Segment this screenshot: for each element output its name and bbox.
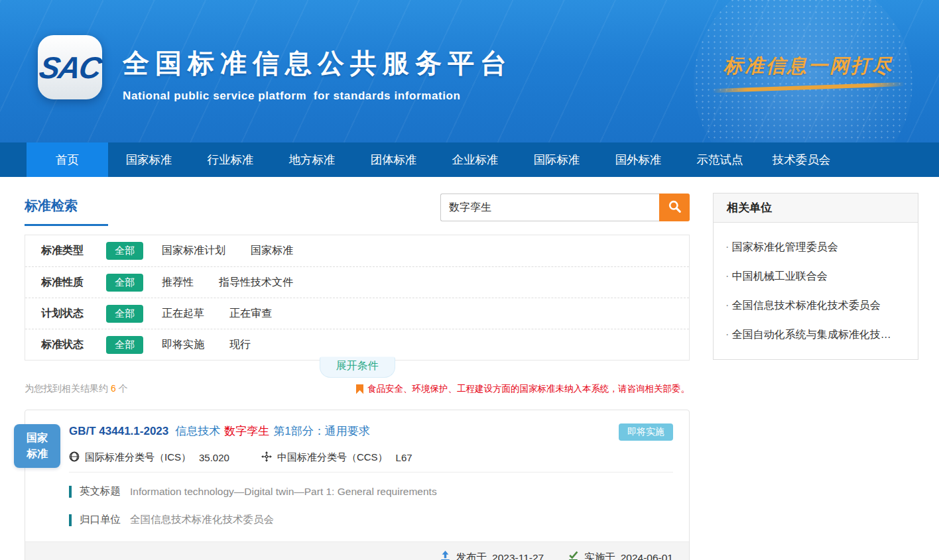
ics-classification: 国际标准分类号（ICS） 35.020 (69, 451, 229, 464)
card-head: GB/T 43441.1-2023信息技术数字孪生第1部分：通用要求 即将实施 (69, 423, 673, 441)
badge-line1: 国家 (27, 430, 48, 446)
filter-row-standard-status: 标准状态 全部 即将实施 现行 (25, 329, 689, 360)
related-unit-link[interactable]: 国家标准化管理委员会 (725, 241, 906, 254)
standard-title-part2: 第1部分：通用要求 (273, 425, 369, 437)
site-title-block: 全国标准信息公共服务平台 National public service pla… (123, 45, 513, 103)
standard-title-part1: 信息技术 (175, 425, 220, 437)
field-committee: 归口单位 全国信息技术标准化技术委员会 (69, 513, 673, 527)
ccs-label: 中国标准分类号（CCS） (277, 451, 388, 464)
field-label: 英文标题 (80, 484, 121, 498)
filter-option[interactable]: 正在起草 (162, 307, 204, 321)
filter-all-button[interactable]: 全部 (106, 274, 143, 292)
filter-row-standard-type: 标准类型 全部 国家标准计划 国家标准 (25, 235, 689, 266)
main-nav: 首页 国家标准 行业标准 地方标准 团体标准 企业标准 国际标准 国外标准 示范… (0, 142, 939, 177)
compass-icon (261, 451, 272, 464)
card-fields: 英文标题 Information technology—Digital twin… (69, 472, 673, 527)
nav-item-technical-committee[interactable]: 技术委员会 (761, 142, 842, 177)
result-count-number: 6 (108, 383, 119, 394)
nav-item-local-standards[interactable]: 地方标准 (271, 142, 353, 177)
filter-all-button[interactable]: 全部 (106, 305, 143, 323)
implement-check-icon (568, 551, 579, 560)
published-label: 发布于 (456, 551, 487, 560)
search-icon (668, 199, 682, 215)
published-date: 发布于 2023-11-27 (440, 551, 544, 560)
nav-item-industry-standards[interactable]: 行业标准 (190, 142, 271, 177)
expand-conditions-button[interactable]: 展开条件 (320, 357, 395, 378)
sac-logo: SAC (38, 35, 102, 99)
site-subtitle: National public service platform for sta… (123, 89, 513, 103)
bookmark-icon (356, 384, 363, 394)
published-date-value: 2023-11-27 (492, 552, 544, 560)
implemented-date: 实施于 2024-06-01 (568, 551, 673, 560)
filter-option[interactable]: 正在审查 (229, 307, 272, 321)
filter-all-button[interactable]: 全部 (106, 242, 143, 260)
search-input[interactable] (440, 194, 659, 221)
field-english-title: 英文标题 Information technology—Digital twin… (69, 484, 673, 498)
related-unit-link[interactable]: 中国机械工业联合会 (725, 270, 906, 284)
field-value: 全国信息技术标准化技术委员会 (130, 513, 274, 527)
result-count-prefix: 为您找到相关结果约 (25, 383, 108, 394)
related-units-list: 国家标准化管理委员会 中国机械工业联合会 全国信息技术标准化技术委员会 全国自动… (714, 223, 918, 359)
card-footer: 发布于 2023-11-27 实施于 2024-06-01 (25, 541, 689, 560)
slogan-block: 标准信息一网打尽 (712, 53, 905, 89)
filter-row-standard-nature: 标准性质 全部 推荐性 指导性技术文件 (25, 266, 689, 298)
standard-title-link[interactable]: GB/T 43441.1-2023信息技术数字孪生第1部分：通用要求 (69, 423, 370, 439)
site-title: 全国标准信息公共服务平台 (123, 45, 513, 82)
filter-row-plan-status: 计划状态 全部 正在起草 正在审查 (25, 298, 689, 329)
field-marker-bar (69, 514, 72, 526)
nav-item-foreign-standards[interactable]: 国外标准 (597, 142, 679, 177)
status-badge: 即将实施 (619, 423, 673, 441)
nav-item-national-standards[interactable]: 国家标准 (108, 142, 190, 177)
nav-item-enterprise-standards[interactable]: 企业标准 (434, 142, 516, 177)
left-column: 标准检索 标准类型 全部 国家标准计划 国家标准 (25, 177, 690, 560)
filter-option[interactable]: 国家标准 (251, 244, 293, 258)
filter-label: 计划状态 (41, 307, 106, 321)
results-info-row: 为您找到相关结果约6个 食品安全、环境保护、工程建设方面的国家标准未纳入本系统，… (25, 383, 690, 395)
nav-item-international-standards[interactable]: 国际标准 (516, 142, 597, 177)
badge-line2: 标准 (27, 446, 48, 462)
publish-upload-icon (440, 551, 451, 560)
ics-label: 国际标准分类号（ICS） (85, 451, 191, 464)
ics-value: 35.020 (199, 452, 229, 463)
related-units-title: 相关单位 (714, 194, 918, 223)
filter-option[interactable]: 国家标准计划 (162, 244, 225, 258)
related-unit-link[interactable]: 全国自动化系统与集成标准化技… (725, 328, 906, 342)
standard-result-card: 国家 标准 GB/T 43441.1-2023信息技术数字孪生第1部分：通用要求… (25, 410, 690, 560)
filter-panel: 标准类型 全部 国家标准计划 国家标准 标准性质 全部 推荐性 指导性技术文件 … (25, 235, 690, 361)
filter-option[interactable]: 指导性技术文件 (219, 276, 293, 290)
search-button[interactable] (659, 194, 690, 221)
filter-label: 标准性质 (41, 276, 106, 290)
tab-standard-search[interactable]: 标准检索 (25, 193, 108, 226)
filter-option[interactable]: 即将实施 (162, 338, 204, 352)
sac-logo-text: SAC (36, 50, 103, 85)
notice-text: 食品安全、环境保护、工程建设方面的国家标准未纳入本系统，请咨询相关部委。 (367, 383, 690, 395)
main-content: 标准检索 标准类型 全部 国家标准计划 国家标准 (0, 177, 939, 560)
filter-all-button[interactable]: 全部 (106, 336, 143, 354)
filter-option[interactable]: 现行 (229, 338, 251, 352)
implemented-date-value: 2024-06-01 (621, 552, 673, 560)
filter-option[interactable]: 推荐性 (162, 276, 194, 290)
filter-label: 标准状态 (41, 338, 106, 352)
nav-item-pilot[interactable]: 示范试点 (679, 142, 761, 177)
search-section: 标准检索 (25, 193, 690, 226)
field-label: 归口单位 (80, 513, 121, 527)
nav-item-home[interactable]: 首页 (27, 142, 108, 177)
filter-label: 标准类型 (41, 244, 106, 258)
implemented-label: 实施于 (584, 551, 615, 560)
system-notice: 食品安全、环境保护、工程建设方面的国家标准未纳入本系统，请咨询相关部委。 (356, 383, 690, 395)
site-header: SAC 全国标准信息公共服务平台 National public service… (0, 0, 939, 142)
slogan-text: 标准信息一网打尽 (712, 53, 905, 80)
result-count: 为您找到相关结果约6个 (25, 383, 128, 395)
standard-code: GB/T 43441.1-2023 (69, 425, 168, 437)
related-units-panel: 相关单位 国家标准化管理委员会 中国机械工业联合会 全国信息技术标准化技术委员会… (713, 193, 918, 360)
related-unit-link[interactable]: 全国信息技术标准化技术委员会 (725, 299, 906, 313)
field-marker-bar (69, 486, 72, 498)
result-count-suffix: 个 (119, 383, 128, 394)
nav-item-group-standards[interactable]: 团体标准 (353, 142, 434, 177)
classification-row: 国际标准分类号（ICS） 35.020 中国标准分类号（CCS） L67 (69, 451, 673, 464)
globe-icon (69, 451, 80, 464)
search-box (440, 194, 690, 221)
field-value: Information technology—Digital twin—Part… (130, 486, 437, 498)
national-standard-badge: 国家 标准 (14, 424, 60, 468)
ccs-value: L67 (396, 452, 412, 463)
